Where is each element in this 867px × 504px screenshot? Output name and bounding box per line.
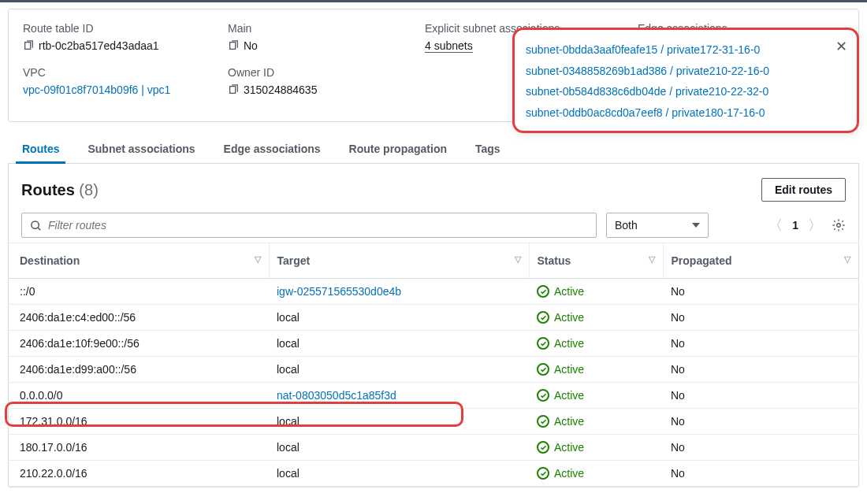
- target-link[interactable]: nat-0803050d5c1a85f3d: [277, 389, 396, 402]
- col-propagated[interactable]: Propagated▽: [663, 243, 858, 279]
- explicit-subnets-link[interactable]: 4 subnets: [425, 39, 473, 53]
- route-table-id-label: Route table ID: [23, 22, 212, 35]
- cell-destination: 180.17.0.0/16: [9, 435, 269, 461]
- cell-propagated: No: [663, 331, 858, 357]
- cell-destination: 2406:da1e:d99:a00::/56: [9, 357, 269, 383]
- cell-status: Active: [529, 383, 663, 409]
- vpc-link[interactable]: vpc-09f01c8f7014b09f6 | vpc1: [23, 83, 170, 96]
- cell-status: Active: [529, 279, 663, 305]
- cell-target: local: [269, 305, 529, 331]
- status-check-icon: [537, 285, 549, 298]
- table-row[interactable]: 210.22.0.0/16localActiveNo: [9, 461, 858, 487]
- status-check-icon: [537, 467, 549, 480]
- col-destination[interactable]: Destination▽: [9, 243, 269, 279]
- section-count: (8): [79, 181, 98, 198]
- cell-status: Active: [529, 357, 663, 383]
- cell-target: local: [269, 357, 529, 383]
- table-row[interactable]: 172.31.0.0/16localActiveNo: [9, 409, 858, 435]
- col-target[interactable]: Target▽: [269, 243, 529, 279]
- subnet-link[interactable]: subnet-0348858269b1ad386 / private210-22…: [526, 61, 846, 82]
- cell-destination: ::/0: [9, 279, 269, 305]
- copy-icon[interactable]: [23, 40, 34, 51]
- sort-icon: ▽: [255, 254, 261, 265]
- edit-routes-button[interactable]: Edit routes: [761, 178, 846, 202]
- filter-scope-select[interactable]: Both: [606, 213, 709, 238]
- filter-scope-value: Both: [615, 219, 638, 232]
- col-status[interactable]: Status▽: [529, 243, 663, 279]
- table-row[interactable]: ::/0igw-025571565530d0e4bActiveNo: [9, 279, 858, 305]
- filter-routes-input[interactable]: [48, 219, 588, 232]
- cell-status: Active: [529, 435, 663, 461]
- route-table-id-value: rtb-0c2ba517ed43adaa1: [39, 39, 159, 52]
- table-row[interactable]: 0.0.0.0/0nat-0803050d5c1a85f3dActiveNo: [9, 383, 858, 409]
- cell-target: local: [269, 409, 529, 435]
- search-icon: [30, 220, 42, 232]
- svg-rect-0: [25, 43, 31, 50]
- table-row[interactable]: 2406:da1e:c4:ed00::/56localActiveNo: [9, 305, 858, 331]
- sort-icon: ▽: [515, 254, 521, 265]
- tab-routes[interactable]: Routes: [8, 136, 73, 163]
- section-title: Routes (8): [21, 181, 99, 199]
- cell-target: igw-025571565530d0e4b: [269, 279, 529, 305]
- cell-status: Active: [529, 331, 663, 357]
- cell-destination: 210.22.0.0/16: [9, 461, 269, 487]
- sort-icon: ▽: [649, 254, 655, 265]
- page-number: 1: [792, 219, 798, 232]
- status-check-icon: [537, 337, 549, 350]
- routes-section: Routes (8) Edit routes Both 〈 1 〉: [8, 164, 859, 487]
- cell-propagated: No: [663, 357, 858, 383]
- subnet-link[interactable]: subnet-0ddb0ac8cd0a7eef8 / private180-17…: [526, 102, 846, 124]
- filter-routes-input-wrap[interactable]: [21, 213, 597, 238]
- cell-destination: 0.0.0.0/0: [9, 383, 269, 409]
- svg-rect-2: [230, 87, 236, 94]
- cell-target: nat-0803050d5c1a85f3d: [269, 383, 529, 409]
- table-row[interactable]: 180.17.0.0/16localActiveNo: [9, 435, 858, 461]
- tab-subnet-associations[interactable]: Subnet associations: [73, 136, 209, 163]
- cell-destination: 2406:da1e:10f:9e00::/56: [9, 331, 269, 357]
- cell-destination: 172.31.0.0/16: [9, 409, 269, 435]
- table-row[interactable]: 2406:da1e:10f:9e00::/56localActiveNo: [9, 331, 858, 357]
- cell-propagated: No: [663, 305, 858, 331]
- cell-propagated: No: [663, 279, 858, 305]
- paginator: 〈 1 〉: [768, 216, 846, 235]
- tab-route-propagation[interactable]: Route propagation: [335, 136, 461, 163]
- copy-icon[interactable]: [228, 40, 239, 51]
- cell-status: Active: [529, 409, 663, 435]
- tab-edge-associations[interactable]: Edge associations: [210, 136, 335, 163]
- svg-point-3: [32, 220, 39, 228]
- subnet-popover: ✕ subnet-0bdda3aaf0feafe15 / private172-…: [512, 28, 859, 133]
- target-link[interactable]: igw-025571565530d0e4b: [277, 285, 401, 298]
- status-check-icon: [537, 311, 549, 324]
- section-title-text: Routes: [21, 181, 75, 198]
- status-check-icon: [537, 363, 549, 376]
- cell-status: Active: [529, 461, 663, 487]
- cell-propagated: No: [663, 461, 858, 487]
- tab-tags[interactable]: Tags: [461, 136, 515, 163]
- cell-destination: 2406:da1e:c4:ed00::/56: [9, 305, 269, 331]
- table-row[interactable]: 2406:da1e:d99:a00::/56localActiveNo: [9, 357, 858, 383]
- owner-id-value: 315024884635: [244, 83, 317, 96]
- cell-propagated: No: [663, 383, 858, 409]
- main-label: Main: [228, 22, 409, 35]
- cell-propagated: No: [663, 409, 858, 435]
- cell-propagated: No: [663, 435, 858, 461]
- cell-status: Active: [529, 305, 663, 331]
- status-check-icon: [537, 415, 549, 428]
- cell-target: local: [269, 331, 529, 357]
- subnet-link[interactable]: subnet-0b584d838c6db04de / private210-22…: [526, 81, 846, 102]
- copy-icon[interactable]: [228, 84, 239, 95]
- owner-id-label: Owner ID: [228, 66, 409, 79]
- svg-point-4: [837, 224, 841, 228]
- prev-page-button[interactable]: 〈: [768, 216, 783, 235]
- cell-target: local: [269, 435, 529, 461]
- next-page-button[interactable]: 〉: [808, 216, 822, 235]
- tabs: Routes Subnet associations Edge associat…: [8, 136, 859, 164]
- status-check-icon: [537, 389, 549, 402]
- subnet-link[interactable]: subnet-0bdda3aaf0feafe15 / private172-31…: [526, 39, 846, 61]
- main-value: No: [244, 39, 258, 52]
- gear-icon[interactable]: [832, 218, 846, 232]
- status-check-icon: [537, 441, 549, 454]
- close-icon[interactable]: ✕: [835, 38, 847, 55]
- chevron-down-icon: [692, 223, 700, 228]
- vpc-label: VPC: [23, 66, 212, 79]
